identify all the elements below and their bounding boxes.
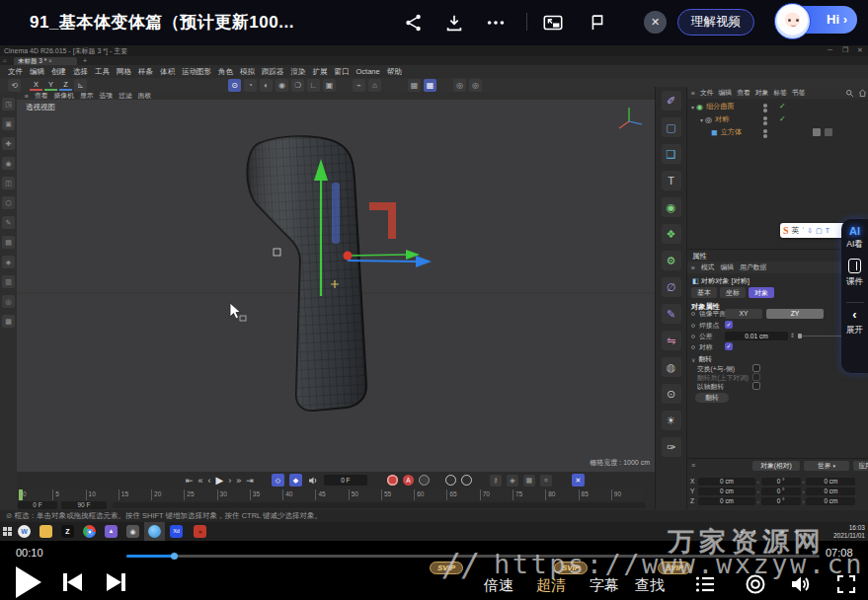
c4d-menu-item[interactable]: 运动图形 <box>182 67 211 77</box>
render-region-icon[interactable]: ◔ <box>244 79 257 92</box>
gizmo-plane-handle-blue[interactable] <box>332 183 340 244</box>
tray-icon[interactable]: ✚ <box>794 528 799 535</box>
c4d-menu-item[interactable]: 窗口 <box>335 67 350 77</box>
ai-watch-label[interactable]: AI看 <box>846 239 863 251</box>
tray-icon[interactable]: ● <box>752 528 756 534</box>
shader-icon[interactable]: ❍ <box>291 79 304 92</box>
c4d-menu-item[interactable]: 模拟 <box>240 67 255 77</box>
current-frame-field[interactable]: 0 F <box>324 475 367 486</box>
current-frame-marker[interactable] <box>19 489 23 500</box>
next-icon[interactable] <box>107 573 125 591</box>
mode-icon[interactable]: ◎ <box>2 295 15 308</box>
visibility-dots[interactable] <box>763 104 767 113</box>
timeline-close-icon[interactable]: ✕ <box>572 474 585 487</box>
next-key-icon[interactable]: » <box>236 476 241 486</box>
quantize-icon[interactable]: ⌂ <box>368 79 381 92</box>
workplane-icon[interactable]: ▣ <box>323 79 336 92</box>
tray-icon[interactable]: ■ <box>766 528 770 534</box>
grid-snap-icon[interactable]: ▦ <box>424 79 436 92</box>
gizmo-plane-handle-red[interactable] <box>369 202 396 239</box>
grid-icon[interactable]: ▦ <box>408 79 421 92</box>
pos-y-field[interactable]: 0 cm <box>698 488 755 495</box>
pip-icon[interactable] <box>542 12 564 34</box>
input-download-icon[interactable]: ⇩ <box>807 227 813 235</box>
om-menu-item[interactable]: 对象 <box>755 88 769 98</box>
expand-label[interactable]: 展开 <box>846 325 863 337</box>
panel-menu-icon[interactable]: ≡ <box>691 462 695 469</box>
mini-window-icon[interactable] <box>587 12 608 34</box>
mirror-xy-button[interactable]: XY <box>725 309 762 319</box>
autokey-icon[interactable]: ◆ <box>289 474 302 487</box>
understand-video-button[interactable]: 理解视频 <box>677 9 754 36</box>
timeline-sound-icon[interactable] <box>307 475 319 487</box>
c4d-minimize-button[interactable]: ─ <box>828 46 832 53</box>
lock-icon[interactable]: ◎ <box>469 79 482 92</box>
record-auto-icon[interactable]: A <box>403 475 414 486</box>
home-icon[interactable]: ⌂ <box>3 57 7 63</box>
rot-z-field[interactable]: 0 ° <box>761 497 801 505</box>
xd-icon[interactable]: Xd <box>170 525 183 538</box>
close-icon[interactable]: ✕ <box>644 11 667 34</box>
om-menu-item[interactable]: 文件 <box>700 88 714 98</box>
attr-menu-item[interactable]: 用户数据 <box>740 262 766 272</box>
subdivision-icon[interactable]: ◉ <box>662 197 681 217</box>
timeline-option-icon[interactable]: ◈ <box>507 475 518 487</box>
attr-menu-item[interactable]: 模式 <box>701 262 715 272</box>
c4d-menu-item[interactable]: 创建 <box>51 67 66 77</box>
axis-y-button[interactable]: Y <box>44 80 57 91</box>
frame-start-field[interactable]: 0 F <box>18 501 57 509</box>
play-icon[interactable] <box>16 566 41 598</box>
c4d-menu-item[interactable]: 文件 <box>8 67 23 77</box>
symmetry-icon[interactable]: ⇋ <box>662 331 681 350</box>
object-row-cube[interactable]: ◼立方体 <box>711 126 742 138</box>
home-icon[interactable] <box>858 89 867 98</box>
mode-icon[interactable]: ◫ <box>2 177 15 189</box>
weld-points-checkbox[interactable]: ✓ <box>725 321 733 329</box>
c4d-icon[interactable] <box>148 525 161 538</box>
scale-z-field[interactable]: 0 cm <box>806 497 855 505</box>
enabled-check-icon[interactable]: ✓ <box>779 102 786 111</box>
object-row-subdivision[interactable]: ▾◉细分曲面 <box>691 101 735 112</box>
viewport-menu-icon[interactable]: ≡ <box>25 93 29 100</box>
c4d-menu-item[interactable]: 网格 <box>117 67 131 77</box>
spline-pen-icon[interactable]: ✐ <box>662 91 681 111</box>
keyframe-pla-icon[interactable] <box>461 475 472 486</box>
viewport-canvas[interactable] <box>17 100 655 472</box>
om-menu-item[interactable]: 书签 <box>792 88 806 98</box>
courseware-label[interactable]: 课件 <box>846 276 863 288</box>
c4d-menu-item[interactable]: 样条 <box>138 67 153 77</box>
pos-x-field[interactable]: 0 cm <box>698 478 755 486</box>
mode-icon[interactable]: ✚ <box>2 137 15 150</box>
keyframe-selection-icon[interactable] <box>445 475 456 486</box>
playlist-icon[interactable] <box>693 572 717 596</box>
go-end-icon[interactable]: ⇥ <box>246 476 254 486</box>
mode-icon[interactable]: ◳ <box>2 98 15 111</box>
timeline-option-icon[interactable]: ≡ <box>540 475 552 487</box>
om-menu-item[interactable]: 编辑 <box>719 88 733 98</box>
tab-object[interactable]: 对象 <box>749 287 774 298</box>
c4d-menu-item[interactable]: Octane <box>356 67 380 76</box>
mode-icon[interactable]: ▥ <box>2 275 15 288</box>
input-board-icon[interactable]: ▢ <box>816 227 823 235</box>
c4d-menu-item[interactable]: 渲染 <box>291 67 306 77</box>
download-icon[interactable] <box>443 12 465 34</box>
search-icon[interactable] <box>845 89 854 98</box>
visibility-dots[interactable] <box>763 129 767 139</box>
c4d-menu-item[interactable]: 扩展 <box>313 67 328 77</box>
ai-logo-icon[interactable]: AI <box>849 225 860 237</box>
mode-icon[interactable]: ◈ <box>2 256 15 268</box>
space-dropdown[interactable]: 世界 ▾ <box>804 461 849 471</box>
cloner-icon[interactable]: ❖ <box>662 224 681 244</box>
tolerance-slider-knob[interactable] <box>798 334 802 338</box>
scale-y-field[interactable]: 0 cm <box>806 488 855 495</box>
frame-end-field[interactable]: 90 F <box>61 501 107 509</box>
timeline-ruler[interactable]: 051015202530354045505560657075808590 <box>20 489 644 500</box>
courseware-icon[interactable] <box>848 259 861 273</box>
tray-chevron-icon[interactable]: ▲ <box>739 528 745 534</box>
timeline-option-icon[interactable]: ▦ <box>523 475 535 487</box>
c4d-close-button[interactable]: ✕ <box>857 46 863 54</box>
input-tool-icon[interactable]: T <box>826 227 829 234</box>
mode-icon[interactable]: ◉ <box>2 157 15 170</box>
snap-icon[interactable]: ⌁ <box>353 79 365 92</box>
gear-icon[interactable]: ⚙ <box>662 251 681 270</box>
